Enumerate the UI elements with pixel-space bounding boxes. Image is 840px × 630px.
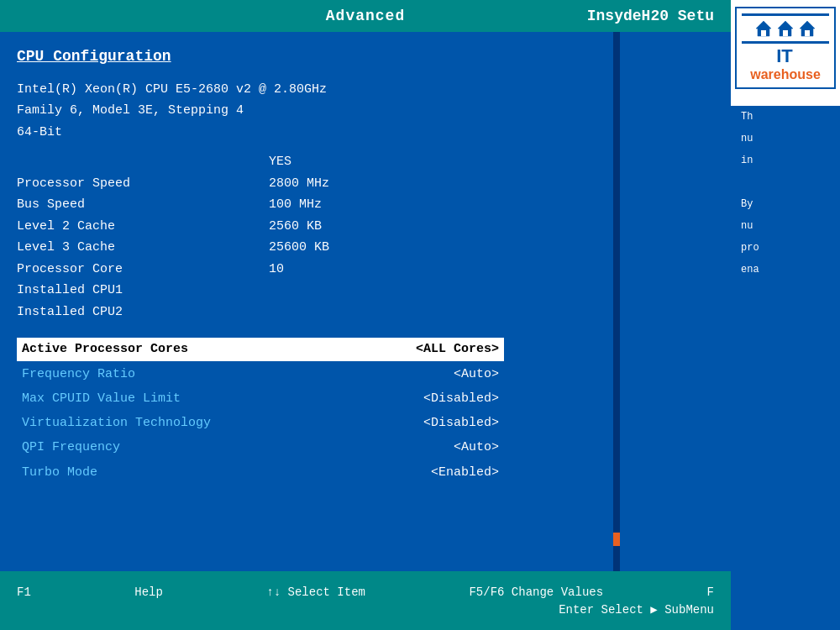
- footer-enter-select: Enter Select ▶ SubMenu: [559, 602, 714, 617]
- footer-bar: F1 Help ↑↓ Select Item F5/F6 Change Valu…: [0, 571, 731, 630]
- menu-value-active-cores: <ALL Cores>: [416, 339, 499, 359]
- spec-row-cpu2: Installed CPU2: [17, 302, 714, 323]
- content-area: CPU Configuration Intel(R) Xeon(R) CPU E…: [0, 32, 731, 499]
- menu-label-qpi-freq: QPI Frequency: [22, 438, 120, 457]
- spec-label-64bit: [17, 151, 269, 173]
- svg-rect-5: [805, 30, 810, 36]
- menu-item-qpi-freq[interactable]: QPI Frequency <Auto>: [17, 436, 504, 459]
- menu-item-virt-tech[interactable]: Virtualization Technology <Disabled>: [17, 412, 504, 434]
- spec-label-proc-core: Processor Core: [17, 259, 269, 281]
- house-icon-1: [754, 19, 773, 38]
- logo-warehouse-label: warehouse: [742, 67, 829, 82]
- cpu-line1: Intel(R) Xeon(R) CPU E5-2680 v2 @ 2.80GH…: [17, 79, 714, 101]
- svg-rect-1: [761, 30, 766, 36]
- cpu-line3: 64-Bit: [17, 122, 714, 144]
- logo-container: IT warehouse: [735, 7, 836, 89]
- logo-houses: [742, 19, 829, 38]
- logo-line-top: [742, 13, 829, 16]
- spec-table: YES Processor Speed 2800 MHz Bus Speed 1…: [17, 151, 714, 323]
- sidebar-help-line8: ena: [736, 259, 835, 281]
- sidebar-help-line5: By: [736, 193, 835, 215]
- footer-row-2: Enter Select ▶ SubMenu: [0, 601, 731, 618]
- menu-label-cpuid-limit: Max CPUID Value Limit: [22, 389, 181, 408]
- header-bar: Advanced InsydeH20 Setu: [0, 0, 731, 32]
- spec-row-proc-speed: Processor Speed 2800 MHz: [17, 173, 714, 195]
- spec-row-64bit: YES: [17, 151, 714, 173]
- spec-label-l2-cache: Level 2 Cache: [17, 216, 269, 238]
- spec-value-proc-speed: 2800 MHz: [269, 173, 329, 195]
- menu-label-freq-ratio: Frequency Ratio: [22, 365, 135, 384]
- footer-row-1: F1 Help ↑↓ Select Item F5/F6 Change Valu…: [0, 584, 731, 601]
- spec-row-proc-core: Processor Core 10: [17, 259, 714, 281]
- header-right-title: InsydeH20 Setu: [587, 8, 714, 24]
- house-icon-3: [798, 19, 816, 38]
- sidebar-help: Th nu in By nu pro ena: [731, 106, 840, 630]
- spec-value-l2-cache: 2560 KB: [269, 216, 322, 238]
- menu-label-turbo-mode: Turbo Mode: [22, 463, 97, 482]
- sidebar-help-line4: [736, 171, 835, 193]
- menu-item-turbo-mode[interactable]: Turbo Mode <Enabled>: [17, 461, 504, 484]
- house-icon-2: [776, 19, 795, 38]
- footer-f5f6-key: F5/F6 Change Values: [469, 585, 603, 599]
- menu-item-freq-ratio[interactable]: Frequency Ratio <Auto>: [17, 363, 504, 386]
- menu-value-freq-ratio: <Auto>: [454, 365, 499, 384]
- menu-value-turbo-mode: <Enabled>: [431, 463, 499, 482]
- menu-value-qpi-freq: <Auto>: [454, 438, 499, 457]
- menu-label-active-cores: Active Processor Cores: [22, 339, 188, 359]
- spec-row-bus-speed: Bus Speed 100 MHz: [17, 194, 714, 216]
- sidebar-help-line1: Th: [736, 106, 835, 128]
- scrollbar[interactable]: [613, 32, 620, 571]
- sidebar-help-line2: nu: [736, 128, 835, 150]
- spec-value-bus-speed: 100 MHz: [269, 194, 322, 216]
- spec-label-cpu2: Installed CPU2: [17, 302, 269, 323]
- footer-select-item: ↑↓ Select Item: [266, 585, 365, 599]
- sidebar-help-line6: nu: [736, 215, 835, 237]
- spec-value-proc-core: 10: [269, 259, 284, 281]
- sidebar-help-line3: in: [736, 150, 835, 171]
- svg-rect-3: [783, 30, 788, 36]
- header-title: Advanced: [326, 8, 405, 24]
- spec-label-cpu1: Installed CPU1: [17, 280, 269, 302]
- menu-item-active-cores[interactable]: Active Processor Cores <ALL Cores>: [17, 338, 504, 360]
- cpu-info: Intel(R) Xeon(R) CPU E5-2680 v2 @ 2.80GH…: [17, 79, 714, 144]
- spec-label-proc-speed: Processor Speed: [17, 173, 269, 195]
- footer-help-desc: Help: [134, 585, 163, 599]
- spec-value-l3-cache: 25600 KB: [269, 237, 329, 259]
- bios-screen: Advanced InsydeH20 Setu CPU Configuratio…: [0, 0, 731, 630]
- logo-it-text: IT: [776, 45, 793, 67]
- section-title: CPU Configuration: [17, 45, 714, 69]
- cpu-line2: Family 6, Model 3E, Stepping 4: [17, 100, 714, 122]
- footer-f1-key: F1: [17, 585, 31, 599]
- menu-label-virt-tech: Virtualization Technology: [22, 413, 211, 433]
- logo-line-bottom: [742, 41, 829, 44]
- menu-section: Active Processor Cores <ALL Cores> Frequ…: [17, 338, 714, 484]
- scrollbar-thumb[interactable]: [613, 533, 620, 546]
- spec-label-l3-cache: Level 3 Cache: [17, 237, 269, 259]
- menu-item-cpuid-limit[interactable]: Max CPUID Value Limit <Disabled>: [17, 387, 504, 410]
- right-sidebar: IT warehouse Th nu in By nu pro ena: [731, 0, 840, 630]
- sidebar-help-line7: pro: [736, 237, 835, 259]
- spec-value-64bit: YES: [269, 151, 291, 173]
- spec-row-l3-cache: Level 3 Cache 25600 KB: [17, 237, 714, 259]
- menu-value-cpuid-limit: <Disabled>: [423, 389, 499, 408]
- footer-f-right: F: [707, 585, 714, 599]
- spec-row-cpu1: Installed CPU1: [17, 280, 714, 302]
- spec-row-l2-cache: Level 2 Cache 2560 KB: [17, 216, 714, 238]
- menu-value-virt-tech: <Disabled>: [423, 413, 499, 433]
- spec-label-bus-speed: Bus Speed: [17, 194, 269, 216]
